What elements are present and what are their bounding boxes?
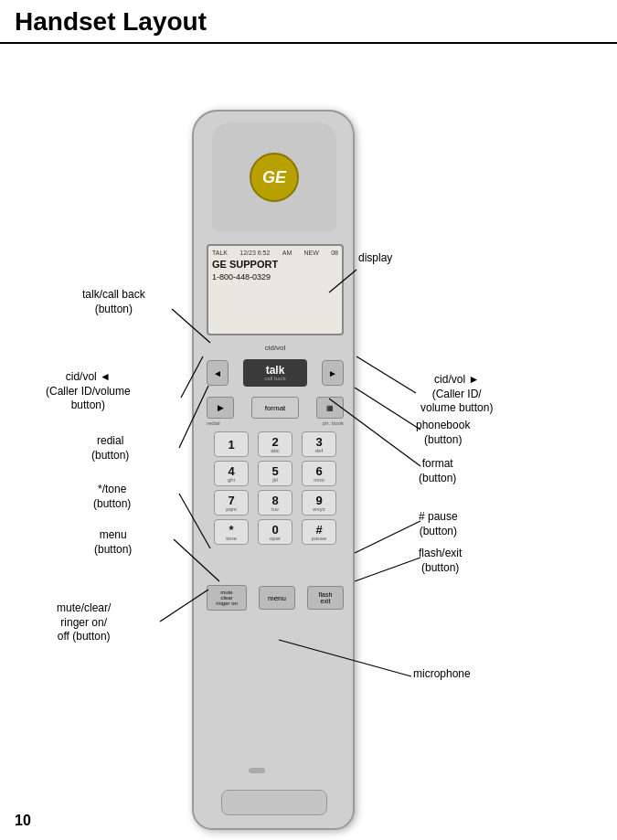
phone-display: TALK 12/23 6:52 AM NEW 08 GE SUPPORT 1-8… (207, 244, 344, 335)
cid-vol-right-button[interactable]: ► (322, 360, 344, 386)
cid-vol-left-button[interactable]: ◄ (207, 360, 229, 386)
keypad-row-1: 1 2abc 3def (214, 431, 336, 457)
svg-line-9 (355, 521, 420, 553)
svg-line-3 (356, 356, 416, 393)
key-7[interactable]: 7pqrs (214, 490, 249, 516)
key-9[interactable]: 9wxyz (302, 490, 336, 516)
page-title: Handset Layout (0, 0, 617, 44)
flash-exit-button[interactable]: flash exit (307, 586, 344, 610)
annotation-menu: menu(button) (94, 528, 132, 557)
annotation-display: display (358, 251, 392, 266)
phone-top-section: GE (212, 122, 336, 232)
bottom-button-row: mute clear ringer on menu flash exit (207, 585, 344, 611)
format-button[interactable]: format (251, 397, 299, 419)
display-sub-text: 1-800-448-0329 (212, 272, 338, 282)
page-number: 10 (15, 813, 31, 829)
display-talk-indicator: TALK (212, 250, 228, 256)
mute-clear-button[interactable]: mute clear ringer on (207, 585, 247, 611)
keypad-row-2: 4ghi 5jkl 6mno (214, 461, 336, 486)
redial-sub-labels: redial ph. book (207, 420, 344, 426)
key-8[interactable]: 8tuv (258, 490, 293, 516)
annotation-microphone: microphone (413, 667, 471, 682)
key-hash[interactable]: #pause (302, 519, 336, 545)
key-3[interactable]: 3def (302, 431, 336, 457)
annotation-pause: # pause(button) (419, 510, 458, 538)
phone-bottom-strip (221, 790, 327, 815)
phonebook-button[interactable]: ▦ (316, 397, 344, 419)
svg-line-10 (355, 558, 420, 581)
annotation-format: format(button) (419, 457, 456, 485)
microphone (249, 768, 265, 773)
key-6[interactable]: 6mno (302, 461, 336, 486)
annotation-cid-vol-left: cid/vol ◄(Caller ID/volumebutton) (46, 370, 131, 413)
keypad-row-4: *tone 0oper #pause (214, 519, 336, 545)
display-ampm: AM (282, 250, 293, 256)
redial-button[interactable]: ▶ (207, 397, 234, 419)
ge-logo: GE (250, 153, 299, 202)
cid-vol-center-label: cid/vol (207, 344, 344, 352)
key-2[interactable]: 2abc (258, 431, 293, 457)
redial-row: ▶ format ▦ (207, 395, 344, 420)
display-count: 08 (331, 250, 338, 256)
phone-body: GE TALK 12/23 6:52 AM NEW 08 GE SUPPORT … (192, 110, 355, 830)
annotation-mute: mute/clear/ringer on/off (button) (57, 601, 111, 644)
annotation-phonebook: phonebook(button) (416, 419, 470, 447)
annotation-redial: redial(button) (91, 434, 129, 463)
menu-button[interactable]: menu (259, 586, 295, 610)
annotation-flash: flash/exit(button) (419, 547, 462, 575)
talk-button-row: ◄ talk call back ► (207, 356, 344, 389)
talk-button[interactable]: talk call back (243, 359, 307, 387)
annotation-talk: talk/call back(button) (82, 288, 145, 316)
display-main-text: GE SUPPORT (212, 258, 338, 271)
svg-line-5 (355, 388, 420, 430)
key-4[interactable]: 4ghi (214, 461, 249, 486)
display-time: 12/23 6:52 (239, 250, 270, 256)
keypad: 1 2abc 3def 4ghi 5jkl 6mno 7pqrs 8tuv 9w… (214, 431, 336, 548)
annotation-cid-vol-right: cid/vol ►(Caller ID/volume button) (420, 373, 493, 416)
key-1[interactable]: 1 (214, 431, 249, 457)
annotation-tone: */tone(button) (93, 483, 131, 511)
key-star[interactable]: *tone (214, 519, 249, 545)
display-new: NEW (304, 250, 319, 256)
key-0[interactable]: 0oper (258, 519, 293, 545)
key-5[interactable]: 5jkl (258, 461, 293, 486)
phone-handset: GE TALK 12/23 6:52 AM NEW 08 GE SUPPORT … (192, 110, 356, 832)
keypad-row-3: 7pqrs 8tuv 9wxyz (214, 490, 336, 516)
